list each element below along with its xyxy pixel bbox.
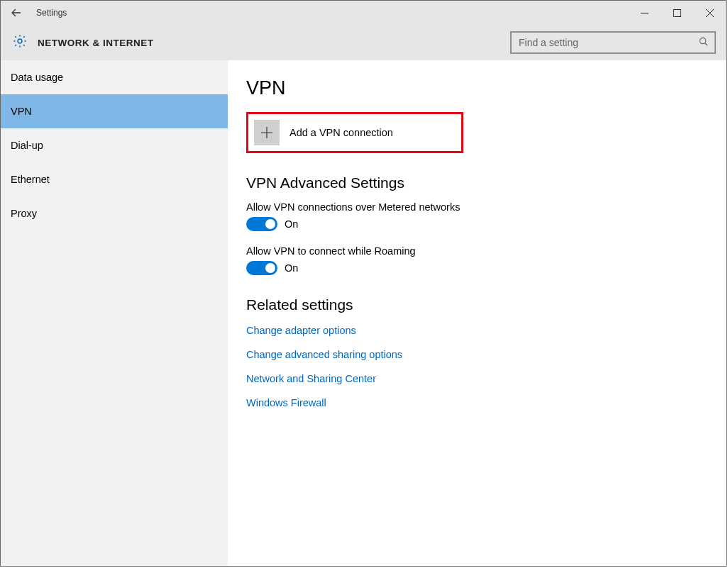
sidebar: Data usage VPN Dial-up Ethernet Proxy	[1, 60, 228, 566]
svg-point-2	[700, 38, 705, 43]
search-icon	[698, 36, 709, 50]
add-vpn-button[interactable]: Add a VPN connection	[254, 120, 456, 145]
settings-window: Settings NETWORK & IN	[0, 0, 727, 567]
search-box[interactable]	[510, 31, 716, 54]
back-arrow-icon	[11, 7, 22, 18]
add-vpn-label: Add a VPN connection	[289, 127, 393, 138]
add-vpn-highlight: Add a VPN connection	[246, 112, 463, 153]
main-content: VPN Add a VPN connection VPN Advanced Se…	[228, 60, 726, 566]
page-title: VPN	[246, 77, 707, 99]
maximize-button[interactable]	[661, 1, 693, 25]
back-button[interactable]	[1, 1, 32, 25]
toggle-roaming-state: On	[285, 262, 298, 274]
advanced-heading: VPN Advanced Settings	[246, 174, 707, 191]
window-title: Settings	[36, 8, 67, 18]
setting-roaming-label: Allow VPN to connect while Roaming	[246, 245, 707, 257]
setting-metered: Allow VPN connections over Metered netwo…	[246, 201, 707, 231]
sidebar-item-vpn[interactable]: VPN	[1, 94, 228, 128]
svg-rect-0	[673, 9, 680, 16]
toggle-roaming[interactable]	[246, 261, 277, 275]
link-change-advanced-sharing[interactable]: Change advanced sharing options	[246, 349, 402, 360]
sidebar-item-data-usage[interactable]: Data usage	[1, 60, 228, 94]
svg-point-1	[18, 39, 22, 43]
subheader: NETWORK & INTERNET	[1, 25, 726, 60]
minimize-button[interactable]	[628, 1, 661, 25]
sidebar-item-ethernet[interactable]: Ethernet	[1, 162, 228, 196]
sidebar-item-dial-up[interactable]: Dial-up	[1, 128, 228, 162]
minimize-icon	[641, 9, 649, 17]
toggle-metered-state: On	[285, 218, 298, 230]
window-controls	[628, 1, 726, 25]
toggle-metered[interactable]	[246, 217, 277, 231]
search-input[interactable]	[517, 36, 698, 49]
window-header: Settings NETWORK & IN	[1, 1, 726, 60]
plus-icon	[254, 120, 280, 145]
link-change-adapter-options[interactable]: Change adapter options	[246, 325, 356, 336]
close-button[interactable]	[693, 1, 726, 25]
section-title: NETWORK & INTERNET	[38, 38, 154, 48]
setting-roaming: Allow VPN to connect while Roaming On	[246, 245, 707, 275]
titlebar: Settings	[1, 1, 726, 25]
sidebar-item-proxy[interactable]: Proxy	[1, 196, 228, 230]
related-heading: Related settings	[246, 296, 707, 313]
link-windows-firewall[interactable]: Windows Firewall	[246, 397, 326, 408]
gear-icon	[12, 33, 28, 52]
link-network-sharing-center[interactable]: Network and Sharing Center	[246, 373, 376, 384]
close-icon	[706, 9, 714, 17]
body: Data usage VPN Dial-up Ethernet Proxy VP…	[1, 60, 726, 566]
maximize-icon	[673, 9, 681, 17]
setting-metered-label: Allow VPN connections over Metered netwo…	[246, 201, 707, 213]
